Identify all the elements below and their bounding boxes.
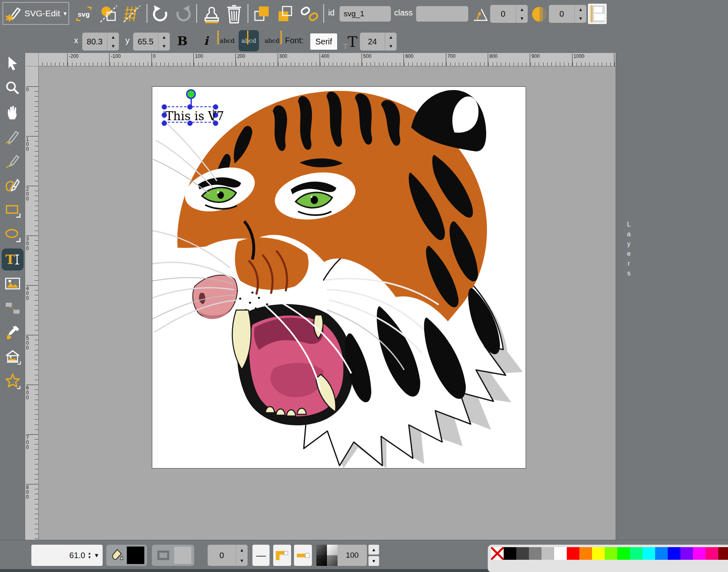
element-class-input[interactable] <box>416 6 468 22</box>
rotate-handle[interactable] <box>186 89 196 99</box>
v-ruler-label: 7 0 0 <box>26 434 38 450</box>
make-link-button[interactable] <box>299 4 320 24</box>
redo-button[interactable] <box>173 4 192 24</box>
palette-swatch[interactable] <box>668 547 680 560</box>
palette-swatch[interactable] <box>706 547 718 560</box>
palette-swatch[interactable] <box>579 547 592 560</box>
y-spinner[interactable]: ▲▼ <box>158 33 170 51</box>
tool-connector[interactable] <box>4 299 22 317</box>
palette-swatch[interactable] <box>642 547 655 560</box>
v-ruler-label: 5 0 0 <box>26 335 38 350</box>
color-palette <box>488 545 728 572</box>
menu-chevron-icon: ▼ <box>63 11 68 17</box>
text-x-input[interactable]: 80.3 ▲▼ <box>82 33 119 51</box>
delete-button[interactable] <box>224 3 244 24</box>
opacity-input[interactable]: 100 <box>338 545 367 566</box>
palette-swatch[interactable] <box>693 547 706 560</box>
move-to-bottom-button[interactable] <box>275 4 295 24</box>
fill-bucket-icon <box>109 547 125 563</box>
page-align-button[interactable] <box>588 4 607 24</box>
blur-spinner[interactable]: ▲▼ <box>575 5 586 23</box>
tool-shapes[interactable] <box>4 372 22 390</box>
zoom-dropdown-icon[interactable]: ▼ <box>94 552 99 559</box>
tool-pencil[interactable] <box>4 128 22 146</box>
text-anchor-end-button[interactable]: abcd <box>263 31 281 51</box>
stroke-width-spinner[interactable]: ▲▼ <box>236 545 248 566</box>
text-anchor-middle-button[interactable]: abcd <box>239 30 259 51</box>
tool-path[interactable] <box>4 177 22 195</box>
main-menu-button[interactable]: SVG-Edit ▼ <box>2 2 69 25</box>
palette-swatch[interactable] <box>680 547 693 560</box>
rotation-angle-input[interactable]: 0 ▲▼ <box>490 5 528 23</box>
palette-swatch[interactable] <box>605 547 617 560</box>
main-toolbar: SVG-Edit ▼ svg <box>0 0 728 28</box>
fill-color-group[interactable] <box>106 545 147 566</box>
stroke-color-group[interactable] <box>152 545 194 566</box>
font-family-button[interactable]: Serif <box>310 33 337 50</box>
palette-swatch[interactable] <box>542 547 554 560</box>
stroke-width-input[interactable]: 0 ▲▼ <box>208 545 248 566</box>
italic-button[interactable]: i <box>199 32 213 50</box>
stroke-style-button[interactable]: — <box>252 545 270 566</box>
palette-swatch[interactable] <box>630 547 642 560</box>
zoom-spinner[interactable]: ▲▼ <box>88 551 91 559</box>
tools-panel: T <box>0 53 25 540</box>
tool-text[interactable]: T <box>2 249 24 271</box>
palette-swatch[interactable] <box>529 547 542 560</box>
palette-swatch[interactable] <box>504 547 516 560</box>
toolbar-separator <box>147 4 147 23</box>
palette-swatch[interactable] <box>718 547 728 560</box>
palette-swatch[interactable] <box>567 547 579 560</box>
stroke-color-swatch[interactable] <box>174 547 191 564</box>
opacity-spinner[interactable]: ▲ ▼ <box>368 545 379 566</box>
tool-pan[interactable] <box>4 103 22 121</box>
linejoin-button[interactable] <box>273 545 291 566</box>
move-to-top-button[interactable] <box>252 4 272 24</box>
stroke-icon <box>155 547 171 563</box>
undo-button[interactable] <box>151 4 170 24</box>
h-ruler-label: 800 <box>488 53 498 66</box>
palette-swatch[interactable] <box>617 547 630 560</box>
blur-input[interactable]: 0 ▲▼ <box>549 5 586 23</box>
h-ruler-label: 300 <box>278 53 287 66</box>
h-ruler: -200-10001002003004005006007008009001000… <box>25 53 616 66</box>
font-size-input[interactable]: 24 ▲▼ <box>360 33 397 51</box>
logo-pencil-icon <box>6 5 22 22</box>
v-ruler-label: 0 <box>26 86 38 92</box>
document-properties-button[interactable] <box>99 4 119 24</box>
palette-swatch[interactable] <box>655 547 668 560</box>
tool-library[interactable] <box>4 348 22 366</box>
editor-preferences-button[interactable] <box>121 4 143 24</box>
angle-icon <box>471 6 489 23</box>
tool-rect[interactable] <box>4 201 22 219</box>
element-id-input[interactable]: svg_1 <box>340 6 391 22</box>
layers-tab[interactable]: Layers <box>625 221 632 279</box>
clone-button[interactable] <box>202 3 222 24</box>
fill-color-swatch[interactable] <box>127 546 145 564</box>
palette-swatch[interactable] <box>516 547 529 560</box>
palette-swatch[interactable] <box>491 547 504 560</box>
x-spinner[interactable]: ▲▼ <box>107 33 119 51</box>
text-y-input[interactable]: 65.5 ▲▼ <box>133 33 170 51</box>
angle-spinner[interactable]: ▲▼ <box>516 5 528 23</box>
tool-eyedropper[interactable] <box>4 323 22 341</box>
text-anchor-start-button[interactable]: abcd <box>218 31 236 51</box>
v-ruler-label: 3 0 0 <box>26 235 38 251</box>
bold-button[interactable]: B <box>174 32 191 50</box>
tool-zoom[interactable] <box>4 79 22 97</box>
zoom-control[interactable]: 61.0 ▲▼ ▼ <box>31 545 103 566</box>
h-ruler-label: 200 <box>235 53 245 66</box>
palette-swatch[interactable] <box>554 547 567 560</box>
svg-canvas[interactable] <box>152 86 526 469</box>
selected-text-element[interactable]: This is V7 <box>165 109 224 123</box>
source-editor-button[interactable]: svg <box>75 6 93 22</box>
opacity-gradient-icon <box>316 545 338 566</box>
linecap-button[interactable] <box>294 545 312 566</box>
v-ruler-label: 2 0 0 <box>26 186 38 201</box>
tool-select[interactable] <box>4 55 22 73</box>
tool-image[interactable] <box>4 275 22 293</box>
font-size-spinner[interactable]: ▲▼ <box>385 33 397 51</box>
tool-line[interactable] <box>4 152 22 170</box>
palette-swatch[interactable] <box>592 547 605 560</box>
tool-ellipse[interactable] <box>4 226 22 244</box>
